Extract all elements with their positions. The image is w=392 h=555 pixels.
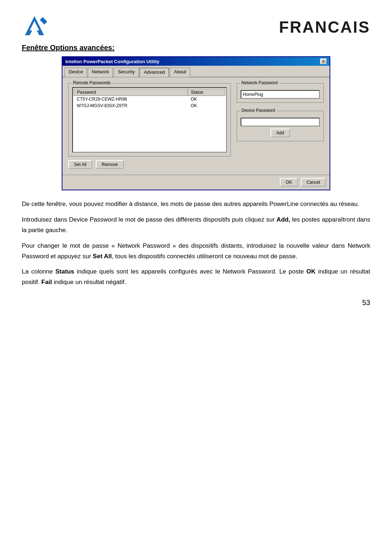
body-paragraph-2: Introduisez dans Device Password le mot … <box>22 215 370 236</box>
tab-network[interactable]: Network <box>88 68 113 77</box>
close-button[interactable]: × <box>320 58 327 64</box>
passwords-table-area: Password Status CT5Y-CR29-CEWZ-HR98 OK <box>72 87 227 153</box>
svg-marker-2 <box>40 17 47 24</box>
remote-passwords-title: Remote Passwords <box>72 80 112 85</box>
tab-security[interactable]: Security <box>114 68 139 77</box>
tab-advanced[interactable]: Advanced <box>139 68 169 77</box>
logo-area <box>22 15 47 40</box>
password-value-1: CT5Y-CR29-CEWZ-HR98 <box>74 96 188 103</box>
win-titlebar: Intellon PowerPacket Configuration Utili… <box>62 57 330 66</box>
table-row: CT5Y-CR29-CEWZ-HR98 OK <box>74 96 225 103</box>
add-button[interactable]: Add <box>270 129 290 137</box>
remote-passwords-group: Remote Passwords Password Status <box>68 83 231 157</box>
body-paragraph-3: Pour changer le mot de passe « Network P… <box>22 241 370 262</box>
tab-bar: Device Network Security Advanced About <box>62 66 330 77</box>
page-number: 53 <box>22 299 370 307</box>
win-dialog: Intellon PowerPacket Configuration Utili… <box>62 56 330 190</box>
status-value-1: OK <box>188 96 225 103</box>
tab-about[interactable]: About <box>170 68 190 77</box>
col-status: Status <box>188 89 225 96</box>
header: FRANCAIS <box>22 15 370 40</box>
password-value-2: W7GJ-MGSV-83SX-Z6TR <box>74 102 188 109</box>
device-password-title: Device Password <box>240 108 277 113</box>
col-password: Password <box>74 89 188 96</box>
set-all-button[interactable]: Set All <box>68 160 92 169</box>
tab-device[interactable]: Device <box>65 68 87 77</box>
dialog-footer: OK Cancel <box>62 175 330 190</box>
dialog-title: Intellon PowerPacket Configuration Utili… <box>65 59 159 64</box>
brand-title: FRANCAIS <box>279 18 370 36</box>
cancel-button[interactable]: Cancel <box>301 178 326 187</box>
dialog-content: Remote Passwords Password Status <box>62 77 330 175</box>
left-panel: Remote Passwords Password Status <box>68 83 231 169</box>
logo-icon <box>22 15 47 40</box>
body-paragraph-4: La colonne Status indique quels sont les… <box>22 267 370 288</box>
remove-button[interactable]: Remove <box>96 160 124 169</box>
network-password-group: Network Password <box>237 83 324 103</box>
device-password-group: Device Password Add <box>237 111 324 141</box>
right-panel: Network Password Device Password Add <box>237 83 324 169</box>
passwords-table: Password Status CT5Y-CR29-CEWZ-HR98 OK <box>74 89 225 109</box>
network-password-input[interactable] <box>241 90 320 99</box>
section-heading: Fenêtre Options avancées: <box>22 44 370 52</box>
device-password-input[interactable] <box>241 118 320 126</box>
ok-button[interactable]: OK <box>280 178 298 187</box>
bottom-buttons: Set All Remove <box>68 160 231 169</box>
network-password-title: Network Password <box>240 80 279 85</box>
status-value-2: OK <box>188 102 225 109</box>
body-paragraph-1: De cette fenêtre, vous pouvez modifier à… <box>22 199 370 210</box>
table-row: W7GJ-MGSV-83SX-Z6TR OK <box>74 102 225 109</box>
